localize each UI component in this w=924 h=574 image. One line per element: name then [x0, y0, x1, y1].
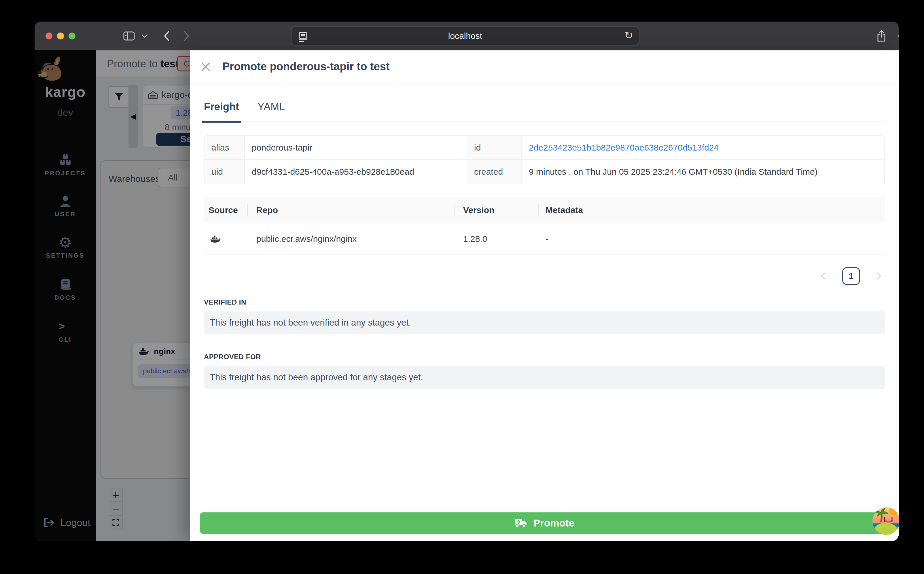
id-label: id [467, 136, 522, 160]
tab-yaml[interactable]: YAML [257, 101, 285, 122]
zoom-window-button[interactable] [69, 33, 76, 39]
uid-value: d9cf4331-d625-400a-a953-eb928e180ead [245, 160, 467, 184]
uid-label: uid [204, 160, 245, 184]
metadata-cell: - [538, 223, 885, 254]
drawer-header: Promote ponderous-tapir to test [190, 50, 899, 84]
column-header-source: Source [204, 197, 247, 223]
promote-truck-icon [515, 518, 528, 528]
promote-label: Promote [534, 517, 574, 529]
browser-window: localhost ↻ + [35, 22, 899, 541]
pagination: 1 [204, 267, 885, 285]
tropical-island-icon [872, 507, 899, 535]
docker-icon [210, 234, 221, 244]
column-header-metadata: Metadata [538, 197, 885, 223]
artifacts-table-header: Source Repo Version Metadata [204, 197, 885, 223]
approved-for-empty-state: This freight has not been approved for a… [204, 366, 885, 389]
drawer-body: Freight YAML alias ponderous-tapir id 2d… [204, 84, 885, 389]
promote-button[interactable]: Promote [200, 512, 889, 534]
artifacts-table: Source Repo Version Metadata public.ecr.… [204, 197, 885, 255]
promote-freight-drawer: Promote ponderous-tapir to test Freight … [190, 50, 899, 541]
next-page-button[interactable] [873, 270, 885, 282]
island-badge[interactable] [872, 507, 899, 535]
address-text: localhost [448, 31, 482, 41]
source-cell [204, 223, 247, 254]
sidebar-toggle-icon[interactable] [121, 28, 137, 44]
freight-id-link[interactable]: 2de253423e51b1b82e9870ae638e2670d513fd24 [529, 143, 719, 153]
share-icon[interactable] [873, 28, 889, 44]
screenshot-root: localhost ↻ + [0, 0, 924, 574]
page-icon[interactable] [298, 31, 308, 42]
alias-label: alias [204, 136, 245, 160]
minimize-window-button[interactable] [57, 33, 64, 39]
drawer-title: Promote ponderous-tapir to test [222, 60, 390, 73]
chevron-down-icon[interactable] [139, 28, 150, 44]
close-window-button[interactable] [46, 33, 52, 39]
new-tab-button[interactable]: + [894, 28, 899, 44]
tab-freight[interactable]: Freight [204, 101, 239, 122]
created-label: created [467, 160, 522, 184]
app-area: kargo dev PROJECTS USER ⚙ [35, 50, 899, 541]
tab-label: YAML [257, 101, 285, 113]
approved-for-heading: APPROVED FOR [204, 353, 885, 361]
active-tab-indicator [202, 121, 242, 123]
table-row: public.ecr.aws/nginx/nginx 1.28.0 - [204, 223, 885, 255]
tab-label: Freight [204, 101, 239, 113]
forward-button[interactable] [178, 28, 195, 44]
verified-in-empty-state: This freight has not been verified in an… [204, 311, 885, 334]
column-header-repo: Repo [247, 197, 455, 223]
version-cell: 1.28.0 [455, 223, 538, 254]
close-icon[interactable] [199, 60, 213, 74]
verified-in-heading: VERIFIED IN [204, 298, 885, 306]
freight-details-table: alias ponderous-tapir id 2de253423e51b1b… [204, 135, 885, 184]
drawer-footer: Promote [190, 505, 899, 541]
back-button[interactable] [158, 28, 175, 44]
repo-cell: public.ecr.aws/nginx/nginx [247, 223, 455, 254]
reload-icon[interactable]: ↻ [624, 29, 633, 41]
browser-titlebar: localhost ↻ + [35, 22, 899, 50]
alias-value: ponderous-tapir [245, 136, 467, 160]
previous-page-button[interactable] [817, 270, 829, 282]
address-bar[interactable]: localhost ↻ [291, 27, 640, 46]
created-value: 9 minutes , on Thu Jun 05 2025 23:24:46 … [522, 160, 884, 184]
freight-tabs: Freight YAML [204, 101, 885, 122]
page-number[interactable]: 1 [842, 267, 860, 285]
column-header-version: Version [455, 197, 538, 223]
